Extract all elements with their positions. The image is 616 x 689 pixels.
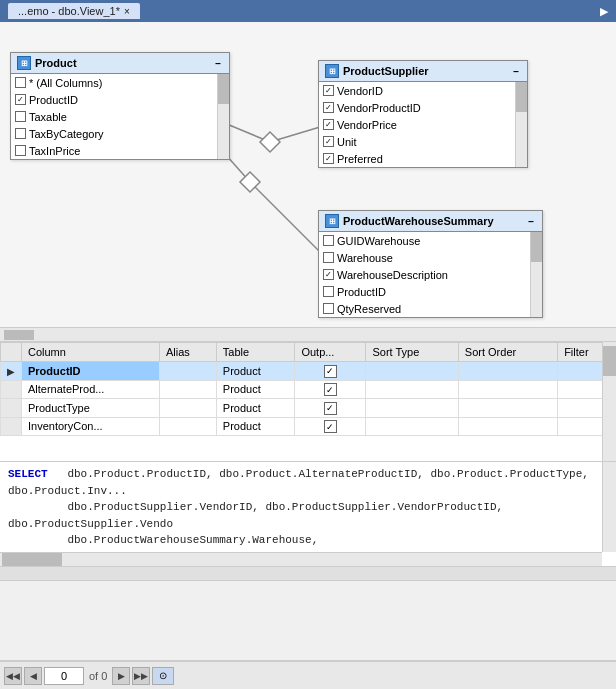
pw-scrollbar[interactable] [530,232,542,317]
grid-cell-alias[interactable] [160,362,217,381]
grid-cell-sorttype[interactable] [366,417,458,436]
grid-cell-sortorder[interactable] [458,362,557,381]
pw-row-warehousedesc[interactable]: WarehouseDescription [319,266,542,283]
product-row-taxinprice[interactable]: TaxInPrice [11,142,229,159]
taxinprice-checkbox[interactable] [15,145,26,156]
grid-col-column: Column [22,343,160,362]
title-tab[interactable]: ...emo - dbo.View_1* × [8,3,140,19]
vendorprice-checkbox[interactable] [323,119,334,130]
ps-row-preferred[interactable]: Preferred [319,150,527,167]
ps-row-vendorproductid[interactable]: VendorProductID [319,99,527,116]
diagram-area: ⊞ Product − * (All Columns) ProductID Ta… [0,22,616,342]
allcolumns-checkbox[interactable] [15,77,26,88]
grid-row[interactable]: ▶ ProductID Product [1,362,616,381]
nav-first-button[interactable]: ◀◀ [4,667,22,685]
navigation-bar: ◀◀ ◀ of 0 ▶ ▶▶ ⊙ [0,661,616,689]
grid-cell-column[interactable]: InventoryCon... [22,417,160,436]
ps-row-unit[interactable]: Unit [319,133,527,150]
grid-row[interactable]: InventoryCon... Product [1,417,616,436]
preferred-checkbox[interactable] [323,153,334,164]
grid-cell-sorttype[interactable] [366,362,458,381]
sql-hscroll[interactable] [0,552,602,566]
pw-row-warehouse[interactable]: Warehouse [319,249,542,266]
output-checkbox-4[interactable] [324,420,337,433]
grid-cell-sortorder[interactable] [458,417,557,436]
grid-cell-sortorder[interactable] [458,399,557,418]
pw-row-productid[interactable]: ProductID [319,283,542,300]
grid-cell-output[interactable] [295,380,366,399]
nav-last-button[interactable]: ▶▶ [132,667,150,685]
grid-cell-column[interactable]: ProductID [22,362,160,381]
grid-cell-alias[interactable] [160,380,217,399]
pw-productid-checkbox[interactable] [323,286,334,297]
nav-prev-button[interactable]: ◀ [24,667,42,685]
grid-cell-alias[interactable] [160,399,217,418]
nav-page-input[interactable] [44,667,84,685]
product-row-allcolumns[interactable]: * (All Columns) [11,74,229,91]
nav-next-button[interactable]: ▶ [112,667,130,685]
warehousedesc-checkbox[interactable] [323,269,334,280]
productwarehouse-table-name: ProductWarehouseSummary [343,215,494,227]
grid-vscroll[interactable] [602,342,616,461]
grid-cell-sorttype[interactable] [366,380,458,399]
grid-cell-table: Product [216,380,295,399]
grid-row[interactable]: ProductType Product [1,399,616,418]
ps-scrollbar-thumb [516,82,527,112]
ps-row-vendorid[interactable]: VendorID [319,82,527,99]
productid-checkbox[interactable] [15,94,26,105]
sql-line-2: dbo.ProductSupplier.VendorID, dbo.Produc… [8,499,608,532]
close-icon[interactable]: × [124,6,130,17]
grid-table: Column Alias Table Outp... Sort Type Sor… [0,342,616,436]
grid-cell-alias[interactable] [160,417,217,436]
taxable-checkbox[interactable] [15,111,26,122]
grid-cell-column[interactable]: AlternateProd... [22,380,160,399]
grid-cell-output[interactable] [295,417,366,436]
pw-minimize-button[interactable]: − [526,216,536,227]
grid-scroll-area: Column Alias Table Outp... Sort Type Sor… [0,342,616,461]
grid-cell-sortorder[interactable] [458,380,557,399]
sql-indent-1: dbo.ProductSupplier.VendorID, dbo.Produc… [8,501,503,530]
title-bar-scroll-right[interactable]: ▶ [600,5,608,18]
output-checkbox-3[interactable] [324,402,337,415]
nav-record-icon[interactable]: ⊙ [152,667,174,685]
pw-row-qtyreserved[interactable]: QtyReserved [319,300,542,317]
product-row-productid[interactable]: ProductID [11,91,229,108]
warehouse-checkbox[interactable] [323,252,334,263]
guidwarehouse-checkbox[interactable] [323,235,334,246]
taxbycategory-checkbox[interactable] [15,128,26,139]
sql-vscroll[interactable] [602,462,616,552]
product-minimize-button[interactable]: − [213,58,223,69]
qtyreserved-checkbox[interactable] [323,303,334,314]
ps-row-vendorprice[interactable]: VendorPrice [319,116,527,133]
nav-of-text: of 0 [86,670,110,682]
grid-cell-sorttype[interactable] [366,399,458,418]
grid-col-alias: Alias [160,343,217,362]
productwarehouse-table-header: ⊞ ProductWarehouseSummary − [319,211,542,232]
grid-cell-column[interactable]: ProductType [22,399,160,418]
ps-minimize-button[interactable]: − [511,66,521,77]
row-empty [1,399,22,418]
product-row-taxbycategory[interactable]: TaxByCategory [11,125,229,142]
row-empty [1,417,22,436]
grid-col-sorttype: Sort Type [366,343,458,362]
output-checkbox-1[interactable] [324,365,337,378]
sql-section: SELECT dbo.Product.ProductID, dbo.Produc… [0,462,616,567]
ps-table-icon: ⊞ [325,64,339,78]
output-checkbox-2[interactable] [324,383,337,396]
unit-checkbox[interactable] [323,136,334,147]
vendorproductid-checkbox[interactable] [323,102,334,113]
grid-col-table: Table [216,343,295,362]
diagram-hscroll[interactable] [0,327,616,341]
grid-cell-output[interactable] [295,362,366,381]
product-row-taxable[interactable]: Taxable [11,108,229,125]
grid-row[interactable]: AlternateProd... Product [1,380,616,399]
ps-scrollbar[interactable] [515,82,527,167]
select-keyword: SELECT [8,468,48,480]
grid-cell-output[interactable] [295,399,366,418]
results-hscroll[interactable] [0,567,616,581]
product-scrollbar[interactable] [217,74,229,159]
row-arrow: ▶ [1,362,22,381]
vendorid-checkbox[interactable] [323,85,334,96]
pw-row-guidwarehouse[interactable]: GUIDWarehouse [319,232,542,249]
product-table-name: Product [35,57,77,69]
